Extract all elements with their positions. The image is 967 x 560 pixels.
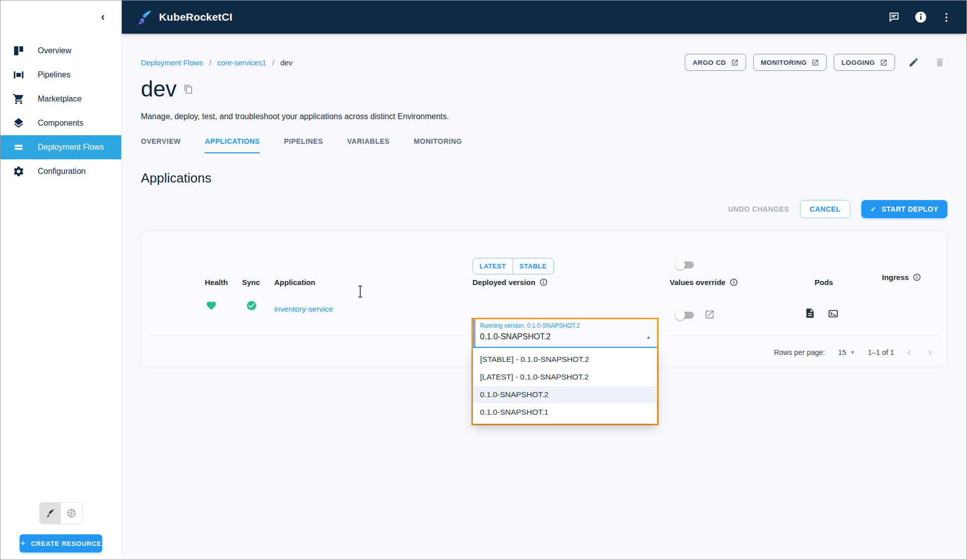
menu-option-snapshot2[interactable]: 0.1.0-SNAPSHOT.2 (473, 386, 657, 404)
bulk-values-override-switch[interactable] (677, 261, 694, 268)
cancel-button[interactable]: CANCEL (800, 200, 850, 218)
sidebar-item-label: Marketplace (38, 95, 82, 104)
pipelines-icon (13, 69, 25, 81)
sidebar-item-label: Deployment Flows (38, 143, 104, 152)
sidebar-item-pipelines[interactable]: Pipelines (1, 63, 121, 87)
rows-per-page-select[interactable]: 15 ▼ (838, 348, 855, 356)
deployment-flows-icon (13, 141, 25, 153)
sidebar-item-configuration[interactable]: Configuration (1, 159, 121, 183)
breadcrumb: Deployment Flows / core-services1 / dev (141, 58, 292, 67)
edit-button[interactable] (906, 55, 921, 70)
monitoring-button[interactable]: MONITORING (753, 54, 827, 71)
pagination-range: 1–1 of 1 (868, 348, 894, 356)
info-outline-icon[interactable] (539, 278, 548, 287)
start-deploy-button[interactable]: ✓ START DEPLOY (861, 200, 947, 218)
rows-per-page-label: Rows per page: (774, 348, 825, 356)
menu-option-snapshot1[interactable]: 0.1.0-SNAPSHOT.1 (473, 403, 657, 421)
breadcrumb-current: dev (280, 58, 292, 67)
select-grip (473, 319, 475, 347)
external-link-icon (731, 59, 739, 66)
menu-option-stable[interactable]: [STABLE] - 0.1.0-SNAPSHOT.2 (473, 351, 657, 368)
info-outline-icon[interactable] (913, 273, 921, 282)
info-outline-icon[interactable] (730, 278, 738, 287)
sidebar-item-label: Overview (38, 46, 71, 55)
plus-icon: + (20, 538, 26, 549)
kubernetes-view-button[interactable] (61, 503, 82, 524)
stable-filter-button[interactable]: STABLE (513, 258, 553, 274)
column-header-ingress: Ingress (882, 273, 921, 282)
logging-button[interactable]: LOGGING (834, 54, 895, 71)
main-content: Deployment Flows / core-services1 / dev … (122, 34, 966, 559)
collapse-sidebar-icon[interactable]: ‹ (101, 12, 105, 23)
column-header-application: Application (274, 278, 315, 287)
version-select-highlight: Running version: 0.1.0-SNAPSHOT.2 0.1.0-… (471, 318, 659, 425)
sidebar-header: ‹ (1, 1, 122, 34)
copy-icon[interactable] (184, 84, 193, 94)
tab-variables[interactable]: VARIABLES (347, 137, 389, 153)
check-icon: ✓ (870, 205, 876, 213)
tab-overview[interactable]: OVERVIEW (141, 137, 181, 153)
caret-down-icon: ▼ (850, 350, 855, 355)
previous-page-button[interactable]: ‹ (907, 347, 911, 358)
application-link[interactable]: inventory-service (274, 305, 333, 314)
sidebar-item-components[interactable]: Components (1, 111, 121, 135)
tabs: OVERVIEW APPLICATIONS PIPELINES VARIABLE… (141, 137, 947, 153)
create-resource-button[interactable]: + CREATE RESOURCE (20, 534, 102, 552)
app-window: ‹ KubeRocketCI (0, 0, 967, 560)
rocket-logo-icon (137, 9, 153, 25)
breadcrumb-separator: / (272, 58, 274, 67)
column-header-health: Health (205, 278, 228, 287)
next-page-button[interactable]: › (928, 347, 932, 358)
breadcrumb-core-services1[interactable]: core-services1 (217, 58, 267, 67)
view-mode-toggle (39, 502, 83, 524)
pod-terminal-icon[interactable] (828, 308, 839, 319)
page-subtitle: Manage, deploy, test, and troubleshoot y… (141, 112, 947, 121)
latest-filter-button[interactable]: LATEST (473, 258, 513, 274)
version-filter-group: LATEST STABLE (472, 258, 554, 274)
trash-icon (934, 57, 945, 68)
caret-up-icon: ▲ (646, 334, 651, 340)
sidebar-item-deployment-flows[interactable]: Deployment Flows (1, 135, 121, 159)
selected-version-value: 0.1.0-SNAPSHOT.2 (480, 332, 551, 341)
top-bar: ‹ KubeRocketCI (1, 1, 966, 34)
sidebar-item-label: Configuration (38, 167, 86, 176)
kuberocketci-view-button[interactable] (40, 503, 61, 524)
gear-icon (13, 165, 25, 177)
health-heart-icon (206, 300, 217, 311)
more-menu-icon[interactable]: ⋮ (941, 11, 951, 23)
sidebar-item-label: Components (38, 119, 84, 128)
menu-option-latest[interactable]: [LATEST] - 0.1.0-SNAPSHOT.2 (473, 368, 657, 386)
values-override-switch[interactable] (677, 312, 694, 319)
dashboard-icon (13, 45, 25, 57)
page-title: dev (141, 77, 177, 101)
app-title: KubeRocketCI (159, 11, 232, 23)
breadcrumb-deployment-flows[interactable]: Deployment Flows (141, 58, 203, 67)
pencil-icon (908, 57, 919, 68)
column-header-deployed-version: Deployed version (472, 278, 548, 287)
external-link-icon (880, 59, 888, 66)
column-header-values-override: Values override (670, 278, 738, 287)
pod-logs-icon[interactable] (804, 308, 816, 319)
cart-icon (13, 93, 25, 105)
sidebar-item-label: Pipelines (38, 70, 70, 79)
feedback-icon[interactable] (888, 11, 900, 23)
delete-button[interactable] (932, 55, 947, 70)
open-values-external-icon[interactable] (704, 309, 715, 320)
info-icon[interactable] (914, 11, 927, 24)
running-version-label: Running version: 0.1.0-SNAPSHOT.2 (480, 322, 580, 329)
sidebar: Overview Pipelines Marketplace (1, 34, 122, 559)
tab-applications[interactable]: APPLICATIONS (205, 137, 260, 153)
undo-changes-button[interactable]: UNDO CHANGES (728, 205, 789, 213)
deployed-version-select[interactable]: Running version: 0.1.0-SNAPSHOT.2 0.1.0-… (473, 319, 657, 348)
layers-icon (13, 117, 25, 129)
sidebar-item-overview[interactable]: Overview (1, 39, 121, 63)
column-header-sync: Sync (242, 278, 260, 287)
tab-monitoring[interactable]: MONITORING (414, 137, 462, 153)
sidebar-item-marketplace[interactable]: Marketplace (1, 87, 121, 111)
app-bar: KubeRocketCI ⋮ (122, 1, 966, 34)
section-title: Applications (141, 170, 947, 186)
version-dropdown-menu: [STABLE] - 0.1.0-SNAPSHOT.2 [LATEST] - 0… (473, 348, 657, 424)
argo-cd-button[interactable]: ARGO CD (685, 54, 746, 71)
tab-pipelines[interactable]: PIPELINES (284, 137, 323, 153)
text-cursor (357, 285, 363, 298)
